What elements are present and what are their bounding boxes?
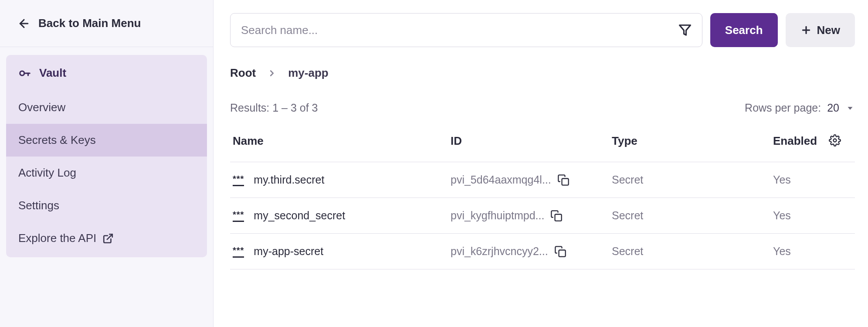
col-header-id: ID [451,134,612,150]
gear-icon [829,134,841,146]
svg-marker-8 [848,107,853,109]
cell-enabled: Yes [773,209,829,222]
breadcrumb-root[interactable]: Root [230,66,256,80]
secret-icon: *** [233,210,244,222]
sidebar-item-label: Explore the API [18,232,96,245]
search-button[interactable]: Search [710,13,778,47]
copy-icon[interactable] [550,210,563,222]
results-count: Results: 1 – 3 of 3 [230,102,318,114]
breadcrumb: Root my-app [230,66,855,80]
new-button[interactable]: New [786,13,855,47]
cell-enabled: Yes [773,174,829,186]
secret-id: pvi_5d64aaxmqg4l... [451,174,551,186]
svg-line-4 [107,234,112,239]
rows-per-page-label: Rows per page: [745,102,821,114]
toolbar: Search New [230,13,855,47]
svg-marker-5 [679,25,690,35]
breadcrumb-current: my-app [288,66,328,80]
col-header-name: Name [233,134,451,150]
secret-icon: *** [233,245,244,258]
chevron-right-icon [267,68,277,78]
svg-rect-10 [562,178,568,185]
caret-down-icon [845,103,855,113]
nav-group-header-vault[interactable]: Vault [6,55,207,91]
col-header-enabled: Enabled [773,134,829,150]
col-header-type: Type [612,134,773,150]
new-button-label: New [817,24,840,37]
secret-icon: *** [233,174,244,186]
main-content: Search New Root my-app Results: 1 – 3 of… [214,0,868,327]
back-to-main-menu[interactable]: Back to Main Menu [0,0,213,47]
sidebar-item-activity-log[interactable]: Activity Log [6,157,207,189]
table-row[interactable]: *** my-app-secret pvi_k6zrjhvcncyy2... S… [230,234,855,269]
svg-rect-12 [559,250,565,256]
back-label: Back to Main Menu [38,17,141,30]
secret-name: my_second_secret [254,209,345,222]
svg-point-9 [834,139,837,142]
secret-name: my-app-secret [254,245,323,258]
sidebar-item-secrets-keys[interactable]: Secrets & Keys [6,124,207,157]
table-row[interactable]: *** my.third.secret pvi_5d64aaxmqg4l... … [230,162,855,198]
sidebar: Back to Main Menu Vault Overview Secrets… [0,0,214,327]
table-settings[interactable] [829,134,855,150]
plus-icon [800,24,812,36]
copy-icon[interactable] [554,245,566,258]
nav-group-label: Vault [39,66,66,80]
sidebar-item-overview[interactable]: Overview [6,91,207,124]
rows-per-page[interactable]: Rows per page: 20 [745,102,855,114]
secret-name: my.third.secret [254,174,324,186]
copy-icon[interactable] [557,174,570,186]
secret-id: pvi_kygfhuiptmpd... [451,209,544,222]
results-row: Results: 1 – 3 of 3 Rows per page: 20 [230,102,855,114]
sidebar-item-settings[interactable]: Settings [6,189,207,222]
nav-group: Vault Overview Secrets & Keys Activity L… [6,55,207,257]
search-wrap [230,13,702,47]
table-header: Name ID Type Enabled [230,122,855,162]
table-row[interactable]: *** my_second_secret pvi_kygfhuiptmpd...… [230,198,855,234]
search-input[interactable] [241,24,678,37]
cell-id: pvi_5d64aaxmqg4l... [451,174,612,186]
cell-name: *** my_second_secret [233,209,451,222]
key-icon [18,67,31,80]
svg-rect-11 [555,214,562,221]
arrow-left-icon [17,17,31,30]
cell-enabled: Yes [773,245,829,258]
external-link-icon [102,233,114,244]
cell-type: Secret [612,209,773,222]
cell-id: pvi_k6zrjhvcncyy2... [451,245,612,258]
sidebar-item-explore-api[interactable]: Explore the API [6,222,207,255]
cell-type: Secret [612,245,773,258]
filter-icon[interactable] [678,24,692,37]
secret-id: pvi_k6zrjhvcncyy2... [451,245,548,258]
cell-name: *** my.third.secret [233,174,451,186]
rows-per-page-value: 20 [827,102,839,114]
cell-name: *** my-app-secret [233,245,451,258]
cell-id: pvi_kygfhuiptmpd... [451,209,612,222]
cell-type: Secret [612,174,773,186]
